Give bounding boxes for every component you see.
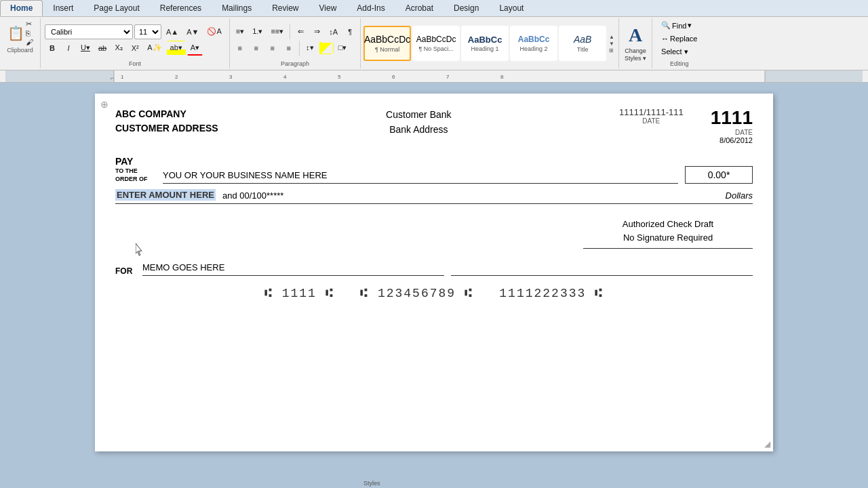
decrease-indent-button[interactable]: ⇐ (293, 24, 308, 39)
cut-button[interactable]: ✂ (26, 20, 33, 28)
svg-text:3: 3 (229, 74, 233, 80)
bank-address: Bank Address (386, 122, 451, 137)
ruler-content: 1 2 3 4 5 6 7 8 ⌐ (5, 70, 863, 82)
numbering-button[interactable]: 1.▾ (249, 24, 266, 39)
show-formatting-button[interactable]: ¶ (342, 24, 357, 39)
dollars-label: Dollars (726, 190, 753, 201)
superscript-button[interactable]: X² (127, 41, 142, 56)
tab-addins[interactable]: Add-Ins (347, 0, 395, 16)
align-center-button[interactable]: ≡ (249, 41, 264, 56)
style-nospace-label: ¶ No Spaci... (418, 45, 453, 52)
style-no-spacing-button[interactable]: AaBbCcDc ¶ No Spaci... (412, 26, 460, 61)
font-family-selector[interactable]: Calibri (45, 24, 133, 39)
find-icon: 🔍 (661, 21, 671, 30)
amount-rest-text: and 00/100***** (222, 190, 283, 201)
sig-line (451, 262, 753, 276)
multilevel-list-button[interactable]: ≡≡▾ (267, 24, 287, 39)
align-right-button[interactable]: ≡ (265, 41, 280, 56)
tab-page-layout[interactable]: Page Layout (83, 0, 149, 16)
increase-indent-button[interactable]: ⇒ (309, 24, 324, 39)
style-normal-button[interactable]: AaBbCcDc ¶ Normal (363, 26, 411, 61)
tab-references[interactable]: References (150, 0, 212, 16)
shading-button[interactable] (319, 42, 334, 54)
style-title-button[interactable]: AaB Title (559, 26, 606, 61)
replace-button[interactable]: ↔ Replace (656, 33, 702, 44)
font-size-selector[interactable]: 11 (134, 24, 161, 39)
date-value: 8/06/2012 (711, 136, 753, 144)
font-row2: B I U▾ ab X₂ X² A✨ ab▾ A▾ (45, 41, 225, 56)
copy-button[interactable]: ⎘ (26, 29, 33, 37)
clipboard-icons: 📋 ✂ ⎘ 🖌 (7, 20, 33, 46)
tab-acrobat[interactable]: Acrobat (395, 0, 443, 16)
tab-layout[interactable]: Layout (489, 0, 534, 16)
font-controls: Calibri 11 A▲ A▼ 🚫A B I U▾ ab (45, 24, 225, 56)
styles-scroll-button[interactable]: ▲ ▼ ⊞ (608, 33, 616, 55)
style-h1-preview: AaBbCc (468, 35, 502, 45)
subscript-button[interactable]: X₂ (111, 41, 126, 56)
paste-button[interactable]: 📋 (7, 25, 24, 41)
svg-text:⌐: ⌐ (111, 75, 114, 81)
ruler: 1 2 3 4 5 6 7 8 ⌐ (0, 70, 868, 83)
tab-view[interactable]: View (309, 0, 347, 16)
check-number-area: 11111/1111-111 DATE 1111 DATE 8/06/2012 (619, 107, 753, 144)
decrease-font-button[interactable]: A▼ (183, 24, 202, 39)
style-h1-label: Heading 1 (471, 45, 499, 52)
memo-line[interactable]: MEMO GOES HERE (142, 262, 444, 276)
sort-button[interactable]: ↕A (326, 24, 341, 39)
increase-font-button[interactable]: A▲ (163, 24, 182, 39)
tab-home[interactable]: Home (0, 0, 43, 16)
check-document[interactable]: ⊕ ABC COMPANY CUSTOMER ADDRESS Customer … (95, 94, 773, 451)
amount-highlight-text[interactable]: ENTER AMOUNT HERE (115, 189, 216, 201)
text-effects-button[interactable]: A✨ (144, 41, 165, 56)
payee-line[interactable]: YOU OR YOUR BUSINESS NAME HERE (163, 170, 678, 184)
scroll-up-arrow: ▲ (609, 34, 614, 40)
bank-name: Customer Bank (386, 107, 451, 122)
doc-resize-handle[interactable]: ◢ (764, 439, 770, 449)
check-header: ABC COMPANY CUSTOMER ADDRESS Customer Ba… (115, 107, 753, 144)
pay-labels: PAY TO THEORDER OF (115, 155, 156, 184)
borders-button[interactable]: □▾ (335, 41, 351, 56)
align-left-button[interactable]: ≡ (233, 41, 248, 56)
signature-area: Authorized Check Draft No Signature Requ… (115, 218, 753, 249)
format-painter-button[interactable]: 🖌 (26, 38, 33, 46)
doc-move-handle[interactable]: ⊕ (100, 99, 108, 110)
strikethrough-button[interactable]: ab (95, 41, 110, 56)
italic-button[interactable]: I (61, 41, 76, 56)
amount-box[interactable]: 0.00* (685, 166, 753, 184)
style-nospace-preview: AaBbCcDc (416, 35, 456, 44)
toolbar-area: 📋 ✂ ⎘ 🖌 Clipboard Calibri 1 (0, 16, 868, 70)
company-address: CUSTOMER ADDRESS (115, 121, 218, 136)
line-spacing-button[interactable]: ↕▾ (302, 41, 317, 56)
routing-number: 11111/1111-111 (619, 107, 684, 117)
change-styles-section[interactable]: A ChangeStyles ▾ (619, 18, 652, 68)
find-button[interactable]: 🔍 Find ▾ (656, 20, 702, 31)
for-label: FOR (115, 266, 136, 276)
authorized-text: Authorized Check Draft No Signature Requ… (583, 218, 753, 249)
tab-insert[interactable]: Insert (43, 0, 83, 16)
bullets-button[interactable]: ≡▾ (233, 24, 248, 39)
document-area: ⊕ ABC COMPANY CUSTOMER ADDRESS Customer … (0, 83, 868, 462)
tab-mailings[interactable]: Mailings (212, 0, 262, 16)
check-number: 1111 (711, 107, 753, 129)
style-title-preview: AaB (574, 34, 591, 45)
underline-button[interactable]: U▾ (77, 41, 94, 56)
tab-design[interactable]: Design (443, 0, 489, 16)
clear-formatting-button[interactable]: 🚫A (203, 24, 224, 39)
date-area: DATE 8/06/2012 (711, 129, 753, 144)
font-color-button[interactable]: A▾ (187, 41, 203, 56)
svg-rect-1 (5, 70, 114, 83)
style-heading2-button[interactable]: AaBbCc Heading 2 (510, 26, 557, 61)
style-heading1-button[interactable]: AaBbCc Heading 1 (461, 26, 509, 61)
font-row1: Calibri 11 A▲ A▼ 🚫A (45, 24, 225, 39)
memo-row: FOR MEMO GOES HERE (115, 262, 753, 276)
bold-button[interactable]: B (45, 41, 60, 56)
replace-icon: ↔ (661, 35, 669, 43)
change-styles-icon: A (629, 24, 642, 46)
company-info: ABC COMPANY CUSTOMER ADDRESS (115, 107, 218, 136)
select-button[interactable]: Select ▾ (656, 46, 702, 58)
find-arrow: ▾ (688, 21, 692, 30)
tab-review[interactable]: Review (262, 0, 309, 16)
text-highlight-button[interactable]: ab▾ (167, 41, 186, 56)
ribbon: Home Insert Page Layout References Maili… (0, 0, 868, 70)
justify-button[interactable]: ≡ (281, 41, 296, 56)
